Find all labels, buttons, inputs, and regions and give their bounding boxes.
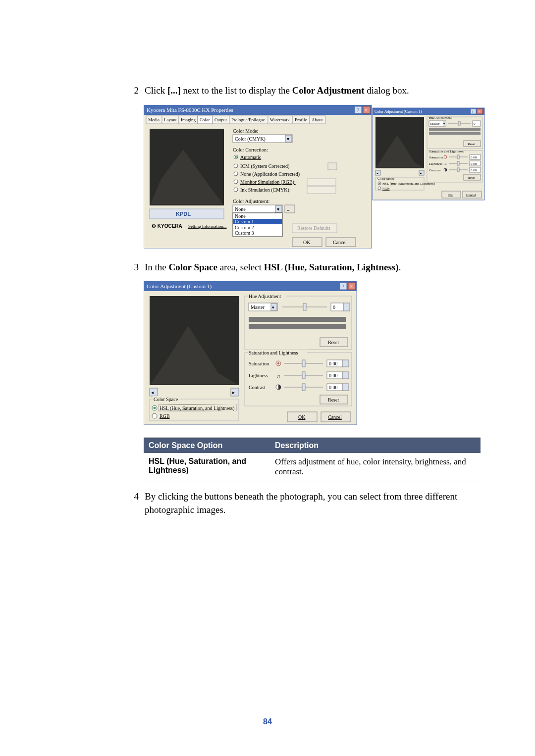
color-adjustment-option[interactable]: None xyxy=(235,213,246,219)
svg-rect-28 xyxy=(307,179,336,186)
lightness-label: Lightness xyxy=(249,373,268,378)
saturation-value[interactable]: 0.00 xyxy=(329,361,338,366)
tab-color[interactable]: Color xyxy=(200,117,210,122)
table-header: Description xyxy=(270,438,481,453)
svg-text:▾: ▾ xyxy=(287,136,289,142)
svg-rect-125 xyxy=(302,384,305,391)
svg-text:×: × xyxy=(365,107,368,113)
next-button[interactable]: ▸ xyxy=(232,390,235,395)
text: . xyxy=(399,262,401,272)
text-bold: Color Space xyxy=(169,262,217,272)
restore-defaults-button[interactable]: Restore Defaults xyxy=(297,225,330,231)
color-space-table: Color Space Option Description HSL (Hue,… xyxy=(144,437,481,481)
cancel-button[interactable]: Cancel xyxy=(328,414,342,420)
ok-button[interactable]: OK xyxy=(448,193,453,197)
reset-button[interactable]: Reset xyxy=(328,340,339,345)
svg-point-97 xyxy=(152,413,157,418)
svg-rect-73 xyxy=(457,161,459,165)
svg-rect-120 xyxy=(302,372,305,379)
ellipsis-button[interactable]: ... xyxy=(287,206,291,212)
text: Click xyxy=(145,85,167,96)
radio-ink[interactable]: Ink Simulation (CMYK): xyxy=(240,187,291,193)
settings-link[interactable]: Setting Information... xyxy=(188,224,227,229)
svg-text:?: ? xyxy=(472,109,474,114)
cancel-button[interactable]: Cancel xyxy=(466,193,476,197)
screenshot-color-adjustment-dialog: Color Adjustment (Custom 1) ? × ◂ ▸ Colo… xyxy=(144,281,476,425)
step-2: 2 Click [...] next to the list to displa… xyxy=(124,84,476,98)
radio-rgb[interactable]: RGB xyxy=(382,187,390,191)
tab-prologue[interactable]: Prologue/Epilogue xyxy=(231,117,265,122)
step-2-text: Click [...] next to the list to display … xyxy=(145,84,409,98)
saturation-label: Saturation xyxy=(249,361,269,366)
tab-watermark[interactable]: Watermark xyxy=(270,117,290,122)
svg-text:▸: ▸ xyxy=(420,171,422,175)
sat-group-label: Saturation and Lightness xyxy=(249,350,298,355)
svg-rect-127 xyxy=(343,384,349,391)
hue-value[interactable]: 0 xyxy=(474,122,476,126)
reset-button[interactable]: Reset xyxy=(328,397,339,403)
color-adjustment-option[interactable]: Custom 2 xyxy=(235,225,254,230)
color-correction-label: Color Correction: xyxy=(233,147,268,152)
reset-button[interactable]: Reset xyxy=(468,142,476,146)
radio-hsl[interactable]: HSL (Hue, Saturation, and Lightness) xyxy=(160,405,234,411)
brand-label: KPDL xyxy=(176,211,191,217)
tab-about[interactable]: About xyxy=(312,117,323,122)
tab-media[interactable]: Media xyxy=(148,117,160,122)
svg-rect-25 xyxy=(328,163,337,170)
reset-button[interactable]: Reset xyxy=(468,176,476,180)
svg-rect-106 xyxy=(344,303,350,311)
svg-point-54 xyxy=(379,182,380,184)
prev-button[interactable]: ◂ xyxy=(151,390,154,395)
hue-value[interactable]: 0 xyxy=(333,304,335,310)
text-bold: HSL (Hue, Saturation, Lightness) xyxy=(264,262,399,272)
saturation-value[interactable]: 0.00 xyxy=(471,155,477,159)
svg-text:×: × xyxy=(350,283,353,289)
text-bold: Color Adjustment xyxy=(292,85,365,96)
hue-label: Hue Adjustment xyxy=(249,294,281,299)
cancel-button[interactable]: Cancel xyxy=(333,240,347,245)
color-mode-label: Color Mode: xyxy=(233,128,258,134)
contrast-label: Contrast xyxy=(429,168,441,172)
step-3-text: In the Color Space area, select HSL (Hue… xyxy=(145,261,401,274)
ok-button[interactable]: OK xyxy=(303,240,311,245)
radio-none[interactable]: None (Application Corrected) xyxy=(240,171,300,177)
svg-text:▾: ▾ xyxy=(443,122,445,125)
master-select[interactable]: Master xyxy=(430,122,440,126)
svg-text:▾: ▾ xyxy=(272,305,274,310)
text: dialog box. xyxy=(365,85,409,96)
tab-layout[interactable]: Layout xyxy=(164,117,177,122)
contrast-value[interactable]: 0.00 xyxy=(329,385,338,390)
hue-label: Hue Adjustment xyxy=(429,116,452,120)
svg-point-113 xyxy=(277,362,279,364)
lightness-value[interactable]: 0.00 xyxy=(329,373,338,378)
tab-profile[interactable]: Profile xyxy=(295,117,307,122)
color-adjustment-option[interactable]: Custom 3 xyxy=(235,230,254,236)
svg-point-23 xyxy=(235,156,237,158)
step-2-number: 2 xyxy=(124,84,145,98)
radio-icm[interactable]: ICM (System Corrected) xyxy=(240,163,289,169)
radio-rgb[interactable]: RGB xyxy=(160,413,170,419)
text: area, select xyxy=(217,262,264,272)
master-select[interactable]: Master xyxy=(251,304,265,310)
color-mode-select[interactable]: Color (CMYK) xyxy=(235,136,266,142)
text: In the xyxy=(145,262,169,272)
svg-point-24 xyxy=(234,164,238,168)
contrast-value[interactable]: 0.00 xyxy=(471,168,477,172)
tab-output[interactable]: Output xyxy=(214,117,227,122)
vendor-label: ⚙ KYOCERA xyxy=(152,223,182,229)
lightness-value[interactable]: 0.00 xyxy=(471,162,477,166)
page-number: 84 xyxy=(0,717,535,726)
svg-rect-69 xyxy=(457,155,459,159)
color-adjustment-option[interactable]: Custom 1 xyxy=(235,219,254,224)
text-bold: [...] xyxy=(167,85,181,96)
svg-rect-108 xyxy=(249,324,346,329)
radio-automatic[interactable]: Automatic xyxy=(240,154,262,160)
svg-text:×: × xyxy=(478,109,481,114)
ok-button[interactable]: OK xyxy=(298,414,306,420)
radio-monitor[interactable]: Monitor Simulation (RGB): xyxy=(240,179,296,185)
svg-rect-61 xyxy=(458,121,460,125)
color-adjustment-select[interactable]: None xyxy=(235,206,246,212)
svg-point-29 xyxy=(234,188,238,192)
step-4-number: 4 xyxy=(124,490,145,516)
tab-imaging[interactable]: Imaging xyxy=(181,117,196,122)
